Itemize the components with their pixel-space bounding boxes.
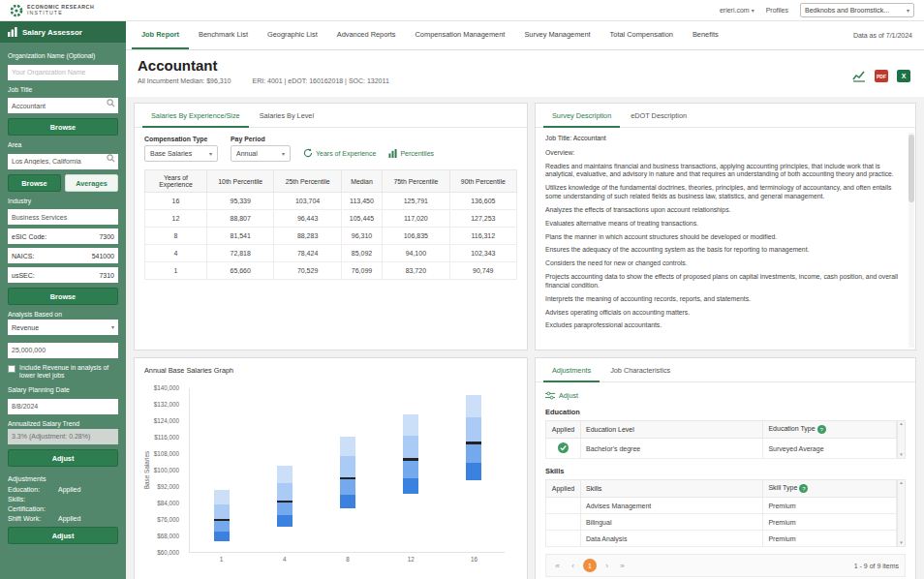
esic-code-field[interactable]: eSIC Code: 7300 [8,229,118,244]
pager-last-button[interactable]: » [617,562,628,570]
col-skill-type[interactable]: Skill Type? [763,480,897,498]
salaries-table-header: Years of Experience 10th Percentile 25th… [145,170,517,193]
salary-row[interactable]: 165,66070,52976,09983,72090,749 [145,262,517,280]
profile-select[interactable]: Bedknobs and Broomstick... ▾ [800,3,914,17]
include-revenue-label: Include Revenue in analysis of lower lev… [19,364,118,381]
nav-tab-compensation-management[interactable]: Compensation Management [406,21,515,49]
y-tick-label: $108,000 [135,450,179,457]
revenue-input[interactable] [8,343,118,358]
shift-work-adjustment-label: Shift Work: [8,515,58,522]
skill-row[interactable]: Data AnalysisPremium [546,531,897,547]
pay-period-select[interactable]: Annual ▾ [231,145,291,162]
compensation-type-select[interactable]: Base Salaries ▾ [144,145,218,162]
adjustments-adjust-button[interactable]: Adjust [8,527,118,544]
chart-export-icon[interactable] [852,71,866,82]
pager-page-1-button[interactable]: 1 [583,559,597,572]
scrollbar-thumb[interactable] [909,135,914,202]
years-of-experience-toggle[interactable]: Years of Experience [303,148,376,162]
salaries-tab-salaries-by-experience-size[interactable]: Salaries By Experience/Size [142,104,249,128]
adjustments-tab-job-characteristics[interactable]: Job Characteristics [601,358,679,382]
col-25th-percentile[interactable]: 25th Percentile [274,170,341,193]
industry-browse-button[interactable]: Browse [8,288,118,305]
adjustments-tab-adjustments[interactable]: Adjustments [543,358,600,382]
analysis-based-on-select[interactable]: Revenue ▾ [8,320,118,335]
search-icon[interactable] [107,99,115,107]
topbar-right: erieri.com ▾ Profiles Bedknobs and Broom… [720,3,914,17]
area-input[interactable] [8,154,118,169]
years-of-experience-toggle-label: Years of Experience [316,150,376,157]
col-90th-percentile[interactable]: 90th Percentile [449,170,516,193]
nav-tab-advanced-reports[interactable]: Advanced Reports [327,21,406,49]
nav-tab-survey-management[interactable]: Survey Management [514,21,600,49]
search-icon[interactable] [107,154,115,163]
main-nav: Job ReportBenchmark ListGeographic ListA… [126,21,924,50]
box-segment [277,483,293,502]
nav-tab-job-report[interactable]: Job Report [132,21,189,49]
sliders-icon [545,391,555,400]
education-section-label: Education [545,408,906,416]
averages-button[interactable]: Averages [65,174,118,192]
scroll-up-icon[interactable]: ▲ [899,422,903,427]
skill-row[interactable]: BilingualPremium [546,514,897,531]
col-10th-percentile[interactable]: 10th Percentile [207,170,274,193]
pager-first-button[interactable]: « [552,562,563,570]
skill-row[interactable]: Advises ManagementPremium [546,498,897,514]
adjust-link[interactable]: Adjust [545,391,906,400]
help-icon[interactable]: ? [817,425,826,434]
scroll-down-icon[interactable]: ▼ [899,453,903,458]
skill-type-label: Skill Type [768,484,797,491]
pager-next-button[interactable]: › [601,562,612,570]
col-years-of-experience[interactable]: Years of Experience [145,170,207,193]
salary-row[interactable]: 1695,339103,704113,450125,791136,605 [145,193,517,210]
naics-field[interactable]: NAICS: 541000 [8,248,118,263]
cell: 1 [145,262,207,280]
y-axis-ticks: $140,000$132,000$124,000$116,000$108,000… [135,388,183,567]
help-icon[interactable]: ? [799,484,808,493]
trend-adjust-button[interactable]: Adjust [8,449,118,467]
nav-tab-benefits[interactable]: Benefits [683,21,728,49]
survey-scrollbar[interactable] [909,133,914,348]
nav-tab-benchmark-list[interactable]: Benchmark List [189,21,258,49]
salary-row[interactable]: 1288,80796,443105,445117,020127,253 [145,210,517,228]
excel-export-icon[interactable]: X [897,70,910,82]
nav-tab-total-compensation[interactable]: Total Compensation [601,21,683,49]
sidebar-body: Organization Name (Optional) Job Title B… [0,43,126,579]
ussec-field[interactable]: usSEC: 7310 [8,267,118,283]
sidebar-header: Salary Assessor [0,21,126,43]
survey-tab-survey-description[interactable]: Survey Description [543,104,620,128]
col-skills[interactable]: Skills [581,480,763,498]
survey-tab-edot-description[interactable]: eDOT Description [622,104,695,128]
job-title-browse-button[interactable]: Browse [8,118,118,136]
scroll-down-icon[interactable]: ▼ [899,541,903,546]
col-education-level[interactable]: Education Level [581,421,763,439]
col-applied[interactable]: Applied [546,480,581,498]
scroll-up-icon[interactable]: ▲ [899,481,903,486]
education-table-scrollbar[interactable]: ▲ ▼ [897,420,906,459]
pdf-export-icon[interactable]: PDF [875,70,888,82]
col-median[interactable]: Median [341,170,382,193]
median-line [214,519,230,522]
include-revenue-checkbox[interactable] [8,365,15,373]
industry-input[interactable] [8,209,118,225]
erieri-link[interactable]: erieri.com ▾ [720,7,755,14]
col-applied[interactable]: Applied [546,421,581,439]
box-segment [277,466,293,483]
pager-prev-button[interactable]: ‹ [568,562,578,570]
cell: Premium [763,514,897,531]
salary-row[interactable]: 472,81878,42485,09294,100102,343 [145,245,517,262]
skills-table-scrollbar[interactable]: ▲ ▼ [897,479,906,547]
job-title-input[interactable] [8,98,118,113]
sidebar: Salary Assessor Organization Name (Optio… [0,21,126,579]
cell: 4 [145,245,207,262]
education-row[interactable]: Bachelor's degreeSurveyed Average [546,439,897,459]
area-browse-button[interactable]: Browse [8,174,61,192]
salary-planning-date-input[interactable] [8,399,118,414]
percentiles-toggle[interactable]: Percentiles [388,149,434,162]
col-75th-percentile[interactable]: 75th Percentile [383,170,449,193]
description-paragraph: Projects accounting data to show the eff… [545,273,906,290]
nav-tab-geographic-list[interactable]: Geographic List [258,21,327,49]
col-education-type[interactable]: Education Type? [763,421,897,439]
salaries-tab-salaries-by-level[interactable]: Salaries By Level [251,104,323,128]
salary-row[interactable]: 881,54188,28396,310106,835116,312 [145,228,517,245]
organization-name-input[interactable] [8,65,118,80]
